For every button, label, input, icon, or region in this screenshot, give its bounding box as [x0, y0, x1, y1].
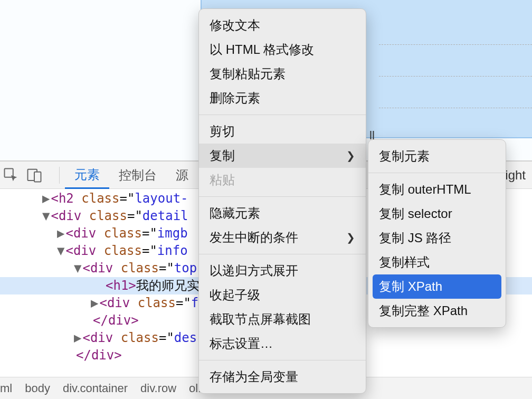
menu-copy-styles[interactable]: 复制样式 — [368, 250, 506, 274]
device-toggle-icon[interactable] — [25, 166, 43, 184]
tab-elements[interactable]: 元素 — [65, 161, 109, 189]
menu-break-on[interactable]: 发生中断的条件 ❯ — [199, 225, 366, 250]
context-menu: 修改文本 以 HTML 格式修改 复制粘贴元素 删除元素 剪切 复制 ❯ 粘贴 … — [198, 8, 366, 394]
menu-copy-js-path[interactable]: 复制 JS 路径 — [368, 226, 506, 250]
tab-console[interactable]: 控制台 — [109, 162, 166, 189]
menu-store-as-global[interactable]: 存储为全局变量 — [199, 365, 366, 389]
menu-edit-as-html[interactable]: 以 HTML 格式修改 — [199, 37, 366, 62]
menu-hide-element[interactable]: 隐藏元素 — [199, 201, 366, 225]
svg-rect-2 — [34, 172, 41, 182]
crumb[interactable]: body — [25, 382, 50, 395]
menu-separator — [199, 254, 366, 254]
tooltip-guide-lines — [379, 44, 532, 139]
menu-separator — [199, 115, 366, 115]
menu-copy[interactable]: 复制 ❯ — [199, 144, 366, 168]
tab-sources[interactable]: 源 — [166, 162, 198, 189]
crumb[interactable]: ml — [0, 382, 12, 395]
chevron-right-icon: ❯ — [346, 149, 355, 162]
menu-paste: 粘贴 — [199, 168, 366, 192]
menu-cut[interactable]: 剪切 — [199, 119, 366, 144]
menu-delete-element[interactable]: 删除元素 — [199, 86, 366, 110]
menu-capture-screenshot[interactable]: 截取节点屏幕截图 — [199, 307, 366, 331]
menu-copy-paste-element[interactable]: 复制粘贴元素 — [199, 62, 366, 86]
menu-copy-element[interactable]: 复制元素 — [368, 144, 506, 168]
chevron-right-icon: ❯ — [346, 231, 355, 244]
menu-copy-xpath[interactable]: 复制 XPath — [373, 274, 501, 299]
menu-copy-full-xpath[interactable]: 复制完整 XPath — [368, 299, 506, 323]
menu-copy-outerhtml[interactable]: 复制 outerHTML — [368, 177, 506, 202]
menu-badge-settings[interactable]: 标志设置… — [199, 331, 366, 356]
menu-copy-selector[interactable]: 复制 selector — [368, 202, 506, 226]
crumb[interactable]: div.container — [63, 382, 128, 395]
separator — [59, 167, 60, 184]
menu-collapse-children[interactable]: 收起子级 — [199, 283, 366, 307]
menu-separator — [368, 173, 506, 173]
inspect-icon[interactable] — [2, 166, 20, 184]
crumb[interactable]: div.row — [140, 382, 176, 395]
menu-separator — [199, 360, 366, 360]
copy-submenu: 复制元素 复制 outerHTML 复制 selector 复制 JS 路径 复… — [368, 139, 506, 328]
menu-expand-recursively[interactable]: 以递归方式展开 — [199, 259, 366, 283]
menu-separator — [199, 196, 366, 197]
menu-edit-text[interactable]: 修改文本 — [199, 13, 366, 37]
